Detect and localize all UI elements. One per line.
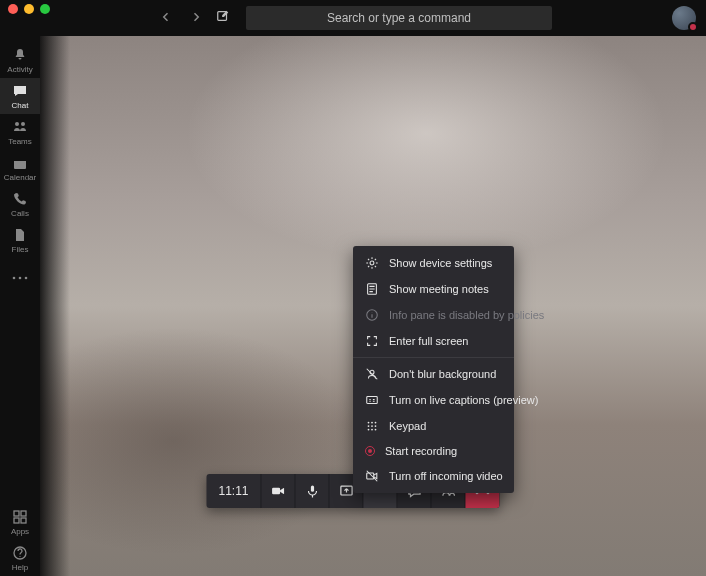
rail-label: Apps xyxy=(11,527,29,536)
menu-item-meeting-notes[interactable]: Show meeting notes xyxy=(353,276,514,302)
svg-rect-9 xyxy=(21,511,26,516)
chat-icon xyxy=(12,83,28,99)
ellipsis-icon xyxy=(12,276,28,280)
svg-rect-11 xyxy=(21,518,26,523)
help-icon xyxy=(12,545,28,561)
menu-label: Keypad xyxy=(389,420,426,432)
menu-label: Show device settings xyxy=(389,257,492,269)
rail-label: Teams xyxy=(8,137,32,146)
microphone-icon xyxy=(304,483,320,499)
notes-icon xyxy=(365,282,379,296)
svg-point-21 xyxy=(375,422,377,424)
title-bar: Search or type a command xyxy=(0,0,706,36)
forward-button[interactable] xyxy=(186,5,206,31)
calendar-icon xyxy=(12,155,28,171)
svg-point-19 xyxy=(368,422,370,424)
video-icon xyxy=(270,483,286,499)
call-duration: 11:11 xyxy=(206,474,261,508)
menu-divider xyxy=(353,357,514,358)
svg-point-2 xyxy=(21,122,25,126)
svg-point-6 xyxy=(19,277,22,280)
svg-point-7 xyxy=(25,277,28,280)
menu-item-blur-background[interactable]: Don't blur background xyxy=(353,361,514,387)
person-blur-icon xyxy=(365,367,379,381)
window-close-button[interactable] xyxy=(8,4,18,14)
new-chat-button[interactable] xyxy=(216,9,230,27)
toggle-camera-button[interactable] xyxy=(262,474,296,508)
app-window: Search or type a command Activity Chat T… xyxy=(0,0,706,576)
svg-rect-10 xyxy=(14,518,19,523)
svg-point-25 xyxy=(368,429,370,431)
rail-item-chat[interactable]: Chat xyxy=(0,78,40,114)
more-actions-menu: Show device settings Show meeting notes … xyxy=(353,246,514,493)
rail-item-calls[interactable]: Calls xyxy=(0,186,40,222)
toggle-mic-button[interactable] xyxy=(296,474,330,508)
svg-point-14 xyxy=(370,261,374,265)
menu-label: Turn on live captions (preview) xyxy=(389,394,538,406)
menu-item-live-captions[interactable]: Turn on live captions (preview) xyxy=(353,387,514,413)
video-off-icon xyxy=(365,469,379,483)
svg-rect-8 xyxy=(14,511,19,516)
info-icon xyxy=(365,308,379,322)
user-avatar[interactable] xyxy=(672,6,696,30)
menu-item-keypad[interactable]: Keypad xyxy=(353,413,514,439)
rail-label: Files xyxy=(12,245,29,254)
history-nav xyxy=(156,5,206,31)
rail-label: Chat xyxy=(12,101,29,110)
menu-label: Info pane is disabled by policies xyxy=(389,309,544,321)
menu-item-device-settings[interactable]: Show device settings xyxy=(353,250,514,276)
rail-label: Calls xyxy=(11,209,29,218)
menu-label: Enter full screen xyxy=(389,335,468,347)
keypad-icon xyxy=(365,419,379,433)
rail-item-apps[interactable]: Apps xyxy=(0,504,40,540)
menu-label: Start recording xyxy=(385,445,457,457)
svg-rect-4 xyxy=(14,158,26,161)
rail-label: Calendar xyxy=(4,173,36,182)
svg-point-22 xyxy=(368,425,370,427)
presence-badge xyxy=(688,22,698,32)
svg-point-1 xyxy=(15,122,19,126)
svg-rect-29 xyxy=(272,488,280,494)
rail-label: Activity xyxy=(7,65,32,74)
svg-rect-30 xyxy=(310,485,313,491)
apps-icon xyxy=(12,509,28,525)
search-input[interactable]: Search or type a command xyxy=(246,6,552,30)
svg-point-23 xyxy=(371,425,373,427)
macos-traffic-lights xyxy=(8,4,50,14)
svg-point-24 xyxy=(375,425,377,427)
rail-item-files[interactable]: Files xyxy=(0,222,40,258)
bell-icon xyxy=(12,47,28,63)
captions-icon xyxy=(365,393,379,407)
app-rail: Activity Chat Teams Calendar Calls Files xyxy=(0,36,40,576)
stage-vignette xyxy=(40,36,70,576)
window-zoom-button[interactable] xyxy=(40,4,50,14)
svg-rect-18 xyxy=(367,397,378,404)
rail-item-activity[interactable]: Activity xyxy=(0,42,40,78)
rail-more-button[interactable] xyxy=(12,258,28,292)
svg-point-13 xyxy=(19,555,20,556)
menu-label: Show meeting notes xyxy=(389,283,489,295)
svg-point-27 xyxy=(375,429,377,431)
menu-item-full-screen[interactable]: Enter full screen xyxy=(353,328,514,354)
menu-label: Don't blur background xyxy=(389,368,496,380)
gear-icon xyxy=(365,256,379,270)
menu-item-incoming-video-off[interactable]: Turn off incoming video xyxy=(353,463,514,489)
back-button[interactable] xyxy=(156,5,176,31)
record-icon xyxy=(365,446,375,456)
window-minimize-button[interactable] xyxy=(24,4,34,14)
rail-label: Help xyxy=(12,563,28,572)
rail-item-help[interactable]: Help xyxy=(0,540,40,576)
share-screen-icon xyxy=(338,483,354,499)
rail-item-calendar[interactable]: Calendar xyxy=(0,150,40,186)
menu-label: Turn off incoming video xyxy=(389,470,503,482)
menu-item-info-pane-disabled: Info pane is disabled by policies xyxy=(353,302,514,328)
search-placeholder: Search or type a command xyxy=(327,11,471,25)
menu-item-start-recording[interactable]: Start recording xyxy=(353,439,514,463)
phone-icon xyxy=(12,191,28,207)
teams-icon xyxy=(12,119,28,135)
svg-point-26 xyxy=(371,429,373,431)
svg-point-5 xyxy=(13,277,16,280)
svg-point-20 xyxy=(371,422,373,424)
file-icon xyxy=(12,227,28,243)
rail-item-teams[interactable]: Teams xyxy=(0,114,40,150)
